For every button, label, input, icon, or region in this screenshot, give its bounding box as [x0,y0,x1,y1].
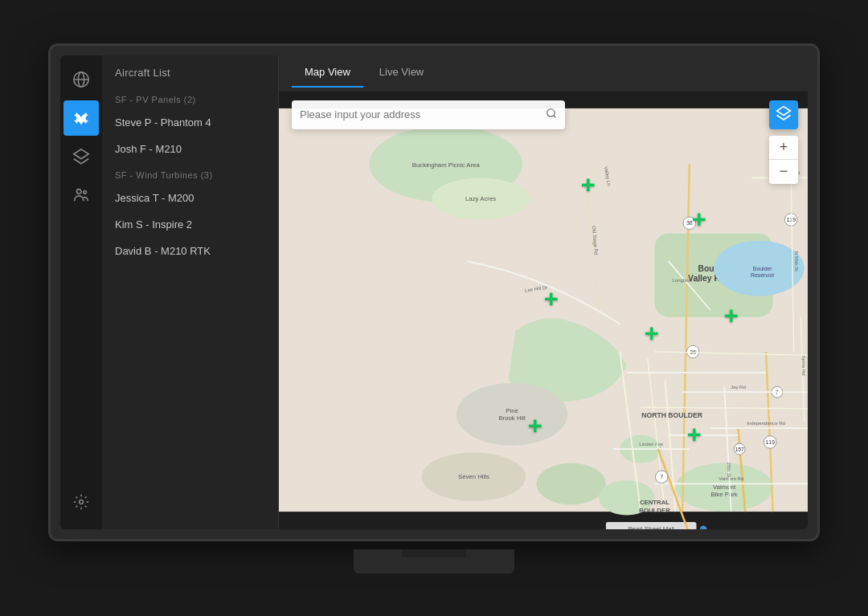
group-wind-turbines: SF - Wind Turbines (3) [102,162,278,185]
svg-text:157: 157 [735,446,744,451]
svg-point-25 [536,463,606,504]
svg-text:NORTH BOULDER: NORTH BOULDER [641,411,703,419]
svg-text:Independence Rd: Independence Rd [747,420,785,425]
tab-live-view[interactable]: Live View [366,58,436,88]
aircraft-kim-s[interactable]: Kim S - Inspire 2 [102,211,278,238]
svg-text:Valmont: Valmont [713,483,736,491]
search-icon [546,108,557,121]
monitor-stand [354,549,514,573]
aircraft-jessica-t[interactable]: Jessica T - M200 [102,185,278,211]
tab-map-view[interactable]: Map View [292,58,363,88]
nav-globe[interactable] [63,62,99,97]
group-pv-panels: SF - PV Panels (2) [102,87,278,109]
svg-text:7: 7 [660,474,663,479]
svg-text:Pearl Street Mall: Pearl Street Mall [628,525,674,529]
svg-text:Lazy Acres: Lazy Acres [465,195,496,202]
svg-point-72 [547,109,555,116]
svg-point-3 [77,189,82,194]
svg-text:119: 119 [765,439,775,445]
svg-text:119: 119 [786,217,796,222]
svg-text:Pine: Pine [506,407,518,414]
svg-text:Reservoir: Reservoir [751,272,775,278]
svg-text:Brook Hill: Brook Hill [498,414,526,421]
drone-marker-2[interactable]: ✛ [692,212,711,231]
svg-text:BOULDER: BOULDER [639,506,670,513]
svg-text:N 55th St: N 55th St [794,251,799,271]
nav-drone[interactable] [63,100,99,136]
drone-marker-1[interactable]: ✛ [581,177,600,197]
drone-marker-4[interactable]: ✛ [645,326,664,345]
svg-text:36: 36 [690,349,696,354]
svg-text:Buckingham Picnic Area: Buckingham Picnic Area [412,161,481,169]
svg-text:Seven Hills: Seven Hills [458,473,489,480]
aircraft-list-header: Aircraft List [102,55,278,87]
svg-point-4 [84,190,87,194]
map-search-bar[interactable] [292,100,565,129]
aircraft-david-b[interactable]: David B - M210 RTK [102,238,278,264]
drone-marker-6[interactable]: ✛ [528,418,547,438]
drone-marker-5[interactable]: ✛ [724,308,743,328]
nav-people[interactable] [63,177,99,213]
svg-point-52 [700,525,707,529]
drone-marker-7[interactable]: ✛ [687,427,706,447]
map-layer-button[interactable] [769,100,798,129]
left-panel: Aircraft List SF - PV Panels (2) Steve P… [102,55,279,529]
tab-bar: Map View Live View [279,55,808,91]
zoom-in-button[interactable]: + [769,136,798,160]
svg-text:28th St: 28th St [727,462,731,477]
aircraft-josh-f[interactable]: Josh F - M210 [102,136,278,162]
zoom-out-button[interactable]: − [769,160,798,184]
svg-text:Jay Rd: Jay Rd [731,384,746,389]
svg-text:Bike Park: Bike Park [710,491,737,498]
svg-text:Linden Ave: Linden Ave [639,441,663,446]
svg-text:Longbow Rd: Longbow Rd [673,278,700,283]
svg-marker-2 [74,149,88,158]
svg-line-73 [554,116,556,118]
svg-marker-74 [777,106,791,115]
main-content: Map View Live View Buckingham Picnic Are… [279,55,808,529]
map-container: Buckingham Picnic Area Lazy Acres Boulde… [279,91,808,529]
svg-point-5 [80,500,84,504]
nav-settings[interactable] [63,484,99,520]
layer-icon [776,105,792,124]
search-input[interactable] [300,108,542,120]
svg-text:CENTRAL: CENTRAL [640,499,669,506]
nav-layers[interactable] [63,139,99,174]
icon-sidebar [60,55,102,529]
aircraft-steve-p[interactable]: Steve P - Phantom 4 [102,109,278,136]
svg-text:Spine Rd: Spine Rd [801,355,806,375]
zoom-controls: + − [769,136,798,184]
drone-marker-3[interactable]: ✛ [544,292,563,311]
svg-text:Boulder: Boulder [753,265,773,271]
